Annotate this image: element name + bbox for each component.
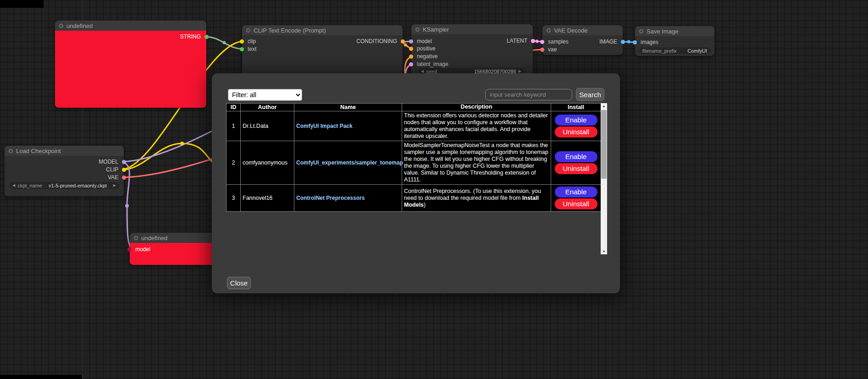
extension-link[interactable]: ComfyUI Impact Pack [296, 123, 353, 129]
collapse-dot-icon[interactable] [9, 149, 13, 153]
link-dot [536, 40, 539, 43]
next-icon[interactable] [113, 184, 116, 187]
name-cell: ComfyUI Impact Pack [294, 111, 402, 141]
node-header[interactable]: undefined [130, 233, 217, 243]
search-input[interactable] [485, 89, 572, 100]
decrement-icon[interactable] [421, 70, 424, 73]
node-header[interactable]: Save Image [635, 26, 714, 36]
collapse-dot-icon[interactable] [246, 28, 250, 33]
name-cell: ComfyUI_experiments/sampler_tonemap [294, 141, 402, 185]
output-dot-conditioning[interactable] [401, 39, 405, 44]
input-dot-model[interactable] [409, 39, 413, 44]
ckpt-name-widget[interactable]: ckpt_name v1-5-pruned-emaonly.ckpt [9, 182, 119, 189]
node-save-image[interactable]: Save Image images filename_prefix ComfyU… [635, 26, 714, 56]
node-header[interactable]: CLIP Text Encode (Prompt) [242, 25, 403, 35]
node-load-checkpoint[interactable]: Load Checkpoint MODEL CLIP VAE ckpt_name… [5, 146, 124, 196]
name-cell: ControlNet Preprocessors [294, 185, 402, 212]
extension-table-wrap: ID Author Name Description Install 1 Dr.… [226, 103, 607, 254]
node-clip-text-encode[interactable]: CLIP Text Encode (Prompt) clip text COND… [242, 25, 403, 76]
collapse-dot-icon[interactable] [415, 27, 420, 32]
node-header[interactable]: undefined [55, 21, 206, 31]
output-label-conditioning: CONDITIONING [356, 38, 397, 44]
collapse-dot-icon[interactable] [59, 24, 63, 28]
collapse-dot-icon[interactable] [639, 29, 643, 33]
scroll-up-icon[interactable] [601, 103, 607, 109]
filter-select[interactable]: Filter: all [228, 89, 302, 101]
input-dot-clip[interactable] [240, 39, 244, 44]
node-body-error: STRING [55, 31, 206, 108]
link-clip-2 [121, 143, 222, 170]
node-header[interactable]: Load Checkpoint [5, 146, 124, 156]
uninstall-button[interactable]: Uninstall [555, 198, 597, 209]
node-body: model positive negative latent_image LAT… [411, 34, 533, 77]
extension-table: ID Author Name Description Install 1 Dr.… [226, 103, 601, 212]
increment-icon[interactable] [519, 70, 521, 73]
description-cell: This extension offers various detector n… [402, 111, 551, 141]
node-title: VAE Decode [554, 27, 587, 34]
node-body: clip text CONDITIONING [242, 35, 403, 76]
widget-value: v1-5-pruned-emaonly.ckpt [49, 183, 107, 188]
header-id: ID [227, 104, 241, 111]
table-row: 2 comfyanonymous ComfyUI_experiments/sam… [227, 141, 601, 185]
link-dot [125, 204, 129, 208]
link-dot [627, 40, 630, 44]
output-label-image: IMAGE [599, 38, 617, 45]
enable-button[interactable]: Enable [555, 115, 597, 126]
header-author: Author [241, 104, 294, 111]
node-canvas[interactable]: undefined STRING CLIP Text Encode (Promp… [0, 0, 868, 379]
input-label-latent-image: latent_image [417, 61, 448, 67]
output-dot-vae[interactable] [122, 176, 126, 180]
node-vae-decode[interactable]: VAE Decode samples vae IMAGE [542, 25, 623, 55]
node-body: MODEL CLIP VAE ckpt_name v1-5-pruned-ema… [5, 156, 124, 196]
node-title: undefined [66, 22, 93, 29]
node-undefined-string[interactable]: undefined STRING [55, 21, 206, 108]
previous-icon[interactable] [12, 184, 15, 187]
collapse-dot-icon[interactable] [547, 28, 551, 33]
input-dot-negative[interactable] [409, 55, 413, 59]
table-scrollbar[interactable] [601, 103, 607, 254]
id-cell: 3 [227, 185, 241, 212]
collapse-dot-icon[interactable] [134, 236, 138, 240]
input-label-positive: positive [417, 45, 436, 52]
uninstall-button[interactable]: Uninstall [555, 163, 597, 174]
output-dot-latent[interactable] [531, 39, 535, 43]
output-dot-string[interactable] [205, 35, 209, 39]
output-dot-clip[interactable] [122, 168, 126, 172]
link-dot [180, 142, 184, 145]
input-dot-text[interactable] [240, 47, 244, 51]
output-dot-model[interactable] [122, 160, 126, 164]
description-cell: ModelSamplerTonemapNoiseTest a node that… [402, 141, 551, 185]
input-label-text: text [248, 46, 256, 52]
enable-button[interactable]: Enable [555, 187, 597, 198]
extension-link[interactable]: ComfyUI_experiments/sampler_tonemap [296, 159, 403, 166]
header-install: Install [551, 104, 601, 111]
search-button[interactable]: Search [576, 88, 604, 101]
node-title: undefined [141, 235, 167, 242]
header-name: Name [294, 104, 402, 111]
table-header-row: ID Author Name Description Install [227, 104, 601, 111]
scrollbar-thumb[interactable] [601, 110, 607, 179]
link-dot [404, 44, 407, 47]
input-dot-images[interactable] [633, 40, 637, 44]
input-dot-positive[interactable] [409, 47, 413, 51]
input-dot-vae[interactable] [540, 48, 544, 52]
description-text: ControlNet Preprocessors. (To use this e… [404, 188, 541, 201]
scroll-down-icon[interactable] [601, 248, 607, 254]
enable-button[interactable]: Enable [555, 151, 597, 162]
node-title: KSampler [423, 26, 449, 33]
input-dot-model[interactable] [127, 247, 132, 252]
input-dot-latent-image[interactable] [409, 62, 413, 66]
output-label-model: MODEL [99, 159, 118, 165]
filename-prefix-widget[interactable]: filename_prefix ComfyUI [639, 47, 710, 54]
input-label-vae: vae [548, 46, 557, 53]
node-header[interactable]: KSampler [411, 24, 533, 34]
output-dot-image[interactable] [621, 40, 625, 44]
install-cell: Enable Uninstall [551, 185, 601, 212]
extension-link[interactable]: ControlNet Preprocessors [296, 195, 365, 201]
node-undefined-model[interactable]: undefined model [130, 233, 217, 265]
uninstall-button[interactable]: Uninstall [555, 126, 597, 137]
close-button[interactable]: Close [227, 277, 251, 289]
node-header[interactable]: VAE Decode [542, 25, 623, 35]
node-ksampler[interactable]: KSampler model positive negative latent_… [411, 24, 533, 77]
input-dot-samples[interactable] [540, 40, 544, 44]
